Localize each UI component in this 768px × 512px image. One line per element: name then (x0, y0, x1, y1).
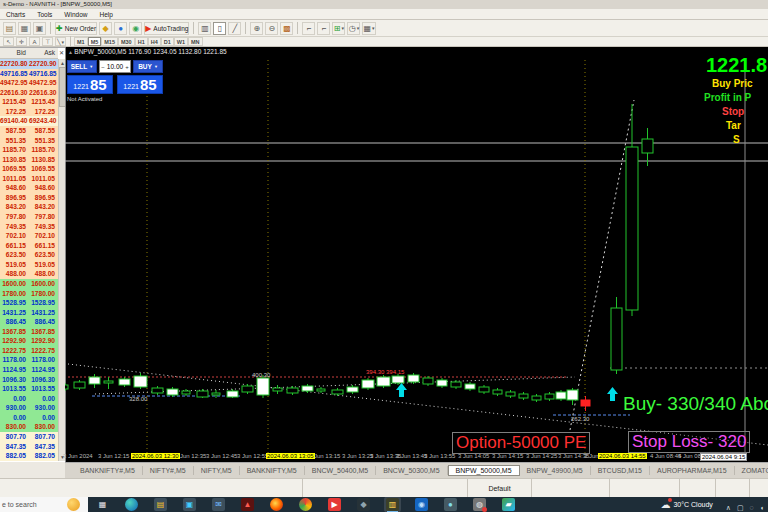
label-icon[interactable]: ⊤ (42, 37, 53, 46)
tray-icon[interactable]: ◖ (760, 504, 764, 511)
indicator-list-icon[interactable]: ⌐ (317, 22, 330, 35)
chart-tab-bncw-50400-m5[interactable]: BNCW_50400,M5 (305, 466, 376, 475)
sell-button[interactable]: SELL▼ (67, 60, 97, 73)
templates-icon[interactable]: ▣ (33, 22, 46, 35)
market-watch-row[interactable]: 488.00488.00 (0, 269, 58, 279)
acrobat-icon[interactable]: ▲ (241, 498, 254, 511)
timeframe-m1[interactable]: M1 (74, 37, 88, 46)
market-watch-row[interactable]: 797.80797.80 (0, 212, 58, 222)
chart-tab-bncw-50300-m5[interactable]: BNCW_50300,M5 (376, 466, 447, 475)
timeframe-h4[interactable]: H4 (148, 37, 161, 46)
sell-price-box[interactable]: 1221 85 (67, 75, 113, 94)
market-watch-row[interactable]: 0.000.00 (0, 413, 58, 423)
market-watch-row[interactable]: 882.05882.05 (0, 451, 58, 461)
market-watch-row[interactable]: 1431.251431.25 (0, 308, 58, 318)
template-dropdown[interactable]: ▦▾ (362, 22, 375, 35)
chart-tab-auropharma-m15[interactable]: AUROPHARMA#,M15 (650, 466, 735, 475)
menu-help[interactable]: Help (93, 11, 118, 18)
market-watch-row[interactable]: 896.95896.95 (0, 193, 58, 203)
chart-tab-btcusd-m15[interactable]: BTCUSD,M15 (591, 466, 650, 475)
new-chart-icon[interactable]: ▤ (3, 22, 16, 35)
market-watch-row[interactable]: 1222.751222.75 (0, 346, 58, 356)
zoom-in-icon[interactable]: ⊕ (250, 22, 263, 35)
market-watch-row[interactable]: 22616.3022616.30 (0, 88, 58, 98)
market-watch-row[interactable]: 1292.901292.90 (0, 336, 58, 346)
task-view-icon[interactable]: ▦ (96, 498, 109, 511)
ask-column-header[interactable]: Ask (29, 48, 58, 58)
market-watch-row[interactable]: 843.20843.20 (0, 202, 58, 212)
timeframe-m15[interactable]: M15 (101, 37, 118, 46)
market-watch-row[interactable]: 830.00830.00 (0, 422, 58, 432)
community-icon[interactable]: ◉ (129, 22, 142, 35)
market-watch-row[interactable]: 661.15661.15 (0, 241, 58, 251)
timeframe-d1[interactable]: D1 (161, 37, 174, 46)
market-watch-row[interactable]: 1011.051011.05 (0, 174, 58, 184)
market-watch-row[interactable]: 1124.951124.95 (0, 365, 58, 375)
period-dropdown[interactable]: ◷▾ (347, 22, 360, 35)
menu-window[interactable]: Window (58, 11, 93, 18)
timeframe-h1[interactable]: H1 (135, 37, 148, 46)
window-title-bar[interactable]: s-Demo - NAVNITH - [BNPW_50000,M5] (0, 0, 768, 9)
tray-icon[interactable]: ◌ (750, 504, 754, 511)
globe-icon[interactable]: ● (444, 498, 457, 511)
autotrading-button[interactable]: ▶AutoTrading (144, 22, 189, 35)
volume-stepper[interactable]: − 10.00 + (99, 60, 131, 73)
time-axis-marker[interactable]: 2024.06.04 9:15 (700, 453, 747, 461)
market-watch-row[interactable]: 807.70807.70 (0, 432, 58, 442)
profiles-icon[interactable]: ▦ (18, 22, 31, 35)
chart-tab-nifty-m5[interactable]: NIFTY,M5 (194, 466, 240, 475)
market-watch-row[interactable]: 49472.9549472.95 (0, 78, 58, 88)
market-watch-row[interactable]: 0.000.00 (0, 394, 58, 404)
market-watch-row[interactable]: 1528.951528.95 (0, 298, 58, 308)
market-watch-scrollbar[interactable]: ▲ ▼ (58, 59, 65, 461)
volume-increase-icon[interactable]: + (124, 64, 130, 70)
market-watch-row[interactable]: 948.60948.60 (0, 183, 58, 193)
market-watch-row[interactable]: 749.35749.35 (0, 222, 58, 232)
store-icon[interactable]: ▣ (183, 498, 196, 511)
edge-icon[interactable] (125, 498, 138, 511)
bar-chart-icon[interactable]: ▥ (198, 22, 211, 35)
taskbar-search-input[interactable]: e to search (0, 497, 88, 512)
new-order-button[interactable]: ✚New Order (55, 22, 97, 35)
chrome-icon[interactable] (299, 498, 312, 511)
tray-icon[interactable]: ∧ (726, 504, 731, 511)
market-watch-row[interactable]: 1096.301096.30 (0, 375, 58, 385)
app-blue-icon[interactable]: ◉ (415, 498, 428, 511)
timeframe-m5[interactable]: M5 (88, 37, 102, 46)
market-watch-row[interactable]: 702.10702.10 (0, 231, 58, 241)
expert-advisors-icon[interactable]: ◆ (99, 22, 112, 35)
file-explorer-icon[interactable]: ▤ (154, 498, 167, 511)
menu-tools[interactable]: Tools (31, 11, 58, 18)
bid-column-header[interactable]: Bid (0, 48, 29, 58)
mail-icon[interactable]: ✉ (212, 498, 225, 511)
timeframe-m30[interactable]: M30 (118, 37, 135, 46)
accounts-icon[interactable]: ● (114, 22, 127, 35)
cursor-icon[interactable]: ↖ (3, 37, 14, 46)
app-red-icon[interactable]: ▶ (328, 498, 341, 511)
market-watch-row[interactable]: 172.25172.25 (0, 107, 58, 117)
market-watch-row[interactable]: 1185.701185.70 (0, 145, 58, 155)
chart-tab-banknifty-m5[interactable]: BANKNIFTY#,M5 (73, 466, 143, 475)
buy-button[interactable]: BUY▼ (133, 60, 163, 73)
rewards-icon[interactable] (67, 498, 80, 511)
market-watch-row[interactable]: 519.05519.05 (0, 260, 58, 270)
market-watch-row[interactable]: 1215.451215.45 (0, 97, 58, 107)
zoom-out-icon[interactable]: ⊖ (265, 22, 278, 35)
weather-widget[interactable]: ☁ 30°C Cloudy (660, 499, 712, 510)
market-watch-row[interactable]: 551.35551.35 (0, 136, 58, 146)
chart-tab-banknifty-m5[interactable]: BANKNIFTY,M5 (240, 466, 305, 475)
mt4-icon[interactable]: ▥ (386, 498, 399, 511)
market-watch-row[interactable]: 847.35847.35 (0, 442, 58, 452)
add-indicator-dropdown[interactable]: ⊞▾ (332, 22, 345, 35)
shapes-dropdown[interactable]: ╲▾ (55, 37, 66, 46)
close-icon[interactable]: ✕ (58, 48, 65, 59)
menu-charts[interactable]: Charts (0, 11, 31, 18)
chart-tab-bnpw-49900-m5[interactable]: BNPW_49900,M5 (520, 466, 591, 475)
firefox-icon[interactable] (270, 498, 283, 511)
chart-tab-zomato-m15[interactable]: ZOMATO#,M15 (735, 466, 768, 475)
candlestick-chart-icon[interactable]: ▯ (213, 22, 226, 35)
timeframe-mn[interactable]: MN (188, 37, 203, 46)
market-watch-row[interactable]: 1780.001780.00 (0, 289, 58, 299)
market-watch-row[interactable]: 1367.851367.85 (0, 327, 58, 337)
market-watch-row[interactable]: 623.50623.50 (0, 250, 58, 260)
